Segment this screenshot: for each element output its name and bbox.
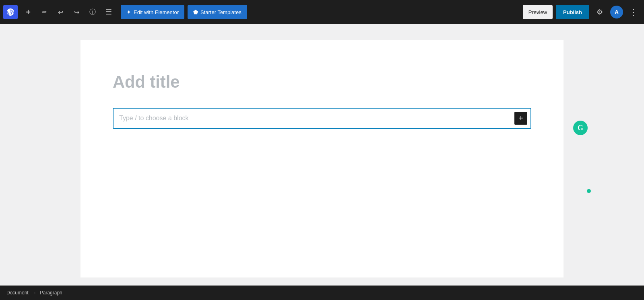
add-block-button[interactable]: + <box>21 5 35 19</box>
avatar-initial: A <box>615 9 619 15</box>
breadcrumb-arrow: → <box>32 290 37 296</box>
settings-button[interactable]: ⚙ <box>592 5 607 19</box>
grammarly-button[interactable]: G <box>573 121 588 135</box>
info-icon: ⓘ <box>89 8 96 16</box>
wp-logo-button[interactable] <box>3 5 18 19</box>
edit-with-elementor-button[interactable]: ✦ Edit with Elementor <box>121 5 184 19</box>
list-view-button[interactable]: ☰ <box>101 5 116 19</box>
toolbar-right: Preview Publish ⚙ A ⋮ <box>523 5 641 19</box>
plugin-buttons: ✦ Edit with Elementor ⬟ Starter Template… <box>121 5 247 19</box>
undo-button[interactable]: ↩ <box>53 5 68 19</box>
starter-icon: ⬟ <box>193 9 198 15</box>
elementor-icon: ✦ <box>126 9 131 15</box>
preview-button[interactable]: Preview <box>523 5 553 19</box>
add-block-inline-button[interactable]: + <box>514 112 527 125</box>
pencil-icon: ✏ <box>42 8 47 16</box>
more-options-button[interactable]: ⋮ <box>626 5 641 19</box>
redo-icon: ↪ <box>74 8 79 16</box>
starter-btn-label: Starter Templates <box>200 9 242 15</box>
publish-button[interactable]: Publish <box>556 5 589 19</box>
editor-canvas: Add title Type / to choose a block + G <box>80 40 564 277</box>
document-status[interactable]: Document <box>6 290 29 296</box>
toolbar: + ✏ ↩ ↪ ⓘ ☰ ✦ Edit with Elementor ⬟ Star… <box>0 0 644 24</box>
block-plus-icon: + <box>518 114 523 122</box>
user-avatar-button[interactable]: A <box>610 6 623 18</box>
block-input-area[interactable]: Type / to choose a block + <box>113 108 531 129</box>
starter-templates-button[interactable]: ⬟ Starter Templates <box>188 5 247 19</box>
gear-icon: ⚙ <box>597 8 603 16</box>
elementor-btn-label: Edit with Elementor <box>134 9 179 15</box>
title-input[interactable]: Add title <box>113 72 531 92</box>
block-placeholder-text: Type / to choose a block <box>119 115 189 122</box>
redo-button[interactable]: ↪ <box>69 5 84 19</box>
tools-button[interactable]: ✏ <box>37 5 52 19</box>
plus-icon: + <box>26 8 31 17</box>
status-bar: Document → Paragraph <box>0 286 644 300</box>
paragraph-status[interactable]: Paragraph <box>40 290 62 296</box>
green-status-dot <box>587 189 591 193</box>
more-icon: ⋮ <box>630 7 638 17</box>
undo-icon: ↩ <box>58 8 63 16</box>
grammarly-icon: G <box>578 124 583 132</box>
list-icon: ☰ <box>105 8 112 16</box>
editor-area: Add title Type / to choose a block + G <box>0 24 644 286</box>
info-button[interactable]: ⓘ <box>85 5 100 19</box>
preview-label: Preview <box>528 9 547 15</box>
publish-label: Publish <box>563 9 582 15</box>
